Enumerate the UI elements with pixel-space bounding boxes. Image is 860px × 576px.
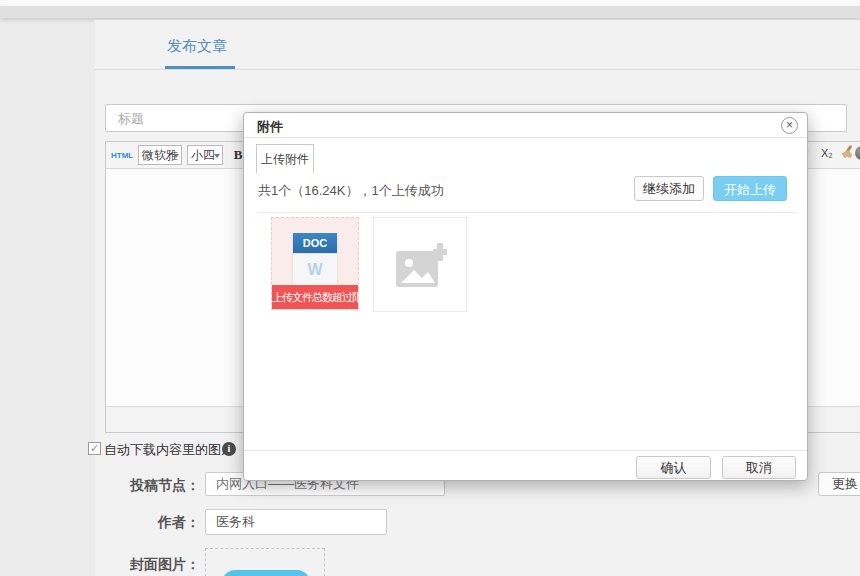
close-icon[interactable]: ×	[781, 117, 798, 134]
summary-divider	[258, 212, 796, 213]
clean-format-icon[interactable]	[839, 145, 854, 162]
subscript-button[interactable]: X₂	[821, 147, 833, 159]
toolbar-edge-icon[interactable]	[855, 146, 860, 160]
footer-divider	[244, 450, 807, 451]
change-node-button[interactable]: 更换	[818, 472, 860, 496]
font-size-select[interactable]: 小四	[187, 145, 223, 165]
upload-summary-text: 共1个（16.24K），1个上传成功	[258, 182, 444, 200]
node-field-label: 投稿节点：	[60, 477, 200, 495]
auto-download-label: 自动下载内容里的图片	[104, 441, 234, 459]
continue-add-button[interactable]: 继续添加	[634, 176, 704, 201]
chevron-down-icon	[214, 154, 220, 158]
upload-error-badge: 上传文件总数超过限	[272, 285, 358, 309]
tabrow-divider	[95, 69, 860, 70]
author-input[interactable]	[205, 509, 387, 535]
tab-publish-article[interactable]: 发布文章	[167, 37, 227, 56]
attachments-modal: 附件 × 上传附件 共1个（16.24K），1个上传成功 继续添加 开始上传 D…	[243, 112, 808, 481]
cancel-button[interactable]: 取消	[722, 456, 796, 479]
add-image-tile[interactable]	[373, 217, 467, 312]
info-icon[interactable]: i	[222, 442, 236, 456]
word-watermark: W	[307, 261, 322, 278]
modal-title: 附件	[257, 118, 283, 136]
html-source-button[interactable]: HTML	[111, 151, 133, 160]
modal-header: 附件 ×	[244, 113, 807, 138]
confirm-button[interactable]: 确认	[636, 456, 711, 479]
top-gray-bar	[0, 6, 860, 18]
tab-upload-attachments[interactable]: 上传附件	[256, 144, 314, 173]
author-field-label: 作者：	[60, 514, 200, 532]
uploaded-file-tile[interactable]: DOC W 上传文件总数超过限	[271, 217, 359, 310]
font-family-select[interactable]: 微软雅	[138, 145, 182, 165]
start-upload-button[interactable]: 开始上传	[713, 176, 787, 201]
upload-cover-button[interactable]	[222, 570, 310, 576]
doc-file-icon: DOC W	[293, 233, 337, 285]
chevron-down-icon	[173, 154, 179, 158]
cover-field-label: 封面图片：	[60, 556, 200, 574]
auto-download-checkbox[interactable]: ✓	[88, 442, 101, 455]
add-image-icon	[394, 243, 450, 291]
doc-badge: DOC	[293, 233, 337, 253]
